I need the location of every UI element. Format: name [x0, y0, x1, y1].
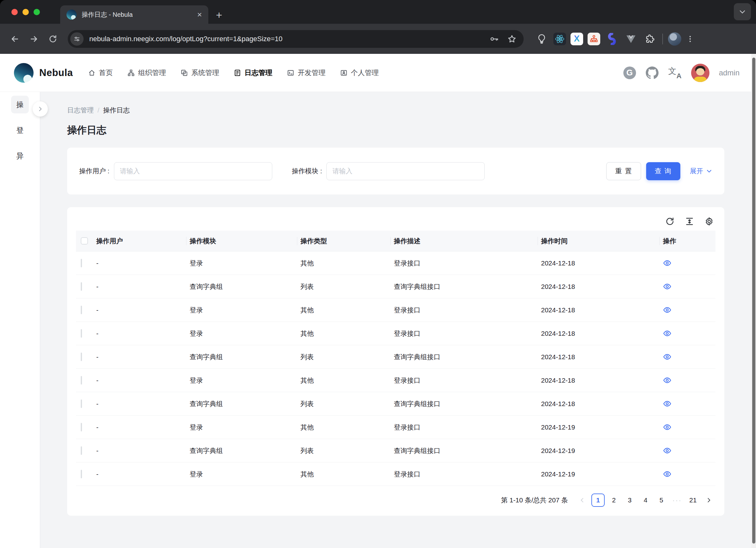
view-detail-button[interactable]: [663, 353, 715, 361]
row-checkbox[interactable]: [81, 282, 82, 291]
cell-user: -: [96, 400, 190, 408]
filter-label-user: 操作用户 :: [79, 167, 110, 175]
browser-menu-button[interactable]: [683, 35, 697, 43]
prev-page-button[interactable]: [576, 494, 589, 507]
tab-search-chevron-button[interactable]: [734, 3, 751, 20]
row-checkbox[interactable]: [81, 376, 82, 385]
translate-icon[interactable]: 文 A: [668, 66, 682, 79]
sidebar-item-error-log[interactable]: 异: [11, 147, 29, 165]
column-header-type[interactable]: 操作类型: [300, 230, 394, 251]
column-header-desc[interactable]: 操作描述: [394, 230, 541, 251]
row-checkbox[interactable]: [81, 400, 82, 408]
nav-item-home[interactable]: 首页: [88, 68, 113, 78]
bookmark-star-icon[interactable]: [507, 34, 517, 44]
refresh-button[interactable]: [665, 216, 675, 226]
reload-icon: [48, 35, 57, 43]
row-checkbox[interactable]: [81, 259, 82, 267]
browser-tab[interactable]: 操作日志 - Nebula ×: [60, 5, 208, 24]
row-checkbox[interactable]: [81, 353, 82, 361]
page-button-2[interactable]: 2: [607, 494, 621, 507]
filter-input-user[interactable]: [114, 162, 272, 180]
window-minimize-button[interactable]: [22, 9, 29, 15]
nav-item-log[interactable]: 日志管理: [234, 68, 272, 78]
pagination-ellipsis[interactable]: ···: [671, 494, 684, 507]
nebula-logo-icon[interactable]: [14, 63, 34, 83]
select-all-checkbox[interactable]: [81, 237, 88, 244]
react-extension-icon[interactable]: [553, 33, 566, 45]
breadcrumb-separator: /: [98, 106, 99, 114]
nav-item-organization[interactable]: 组织管理: [127, 68, 166, 78]
column-header-user[interactable]: 操作用户: [96, 230, 190, 251]
window-close-button[interactable]: [11, 9, 18, 15]
table-row: - 查询字典组 列表 查询字典组接口 2024-12-18: [76, 345, 715, 369]
gitee-icon[interactable]: G: [623, 66, 636, 79]
view-detail-button[interactable]: [663, 259, 715, 267]
github-icon[interactable]: [646, 66, 659, 79]
cell-type: 列表: [300, 353, 394, 362]
row-checkbox[interactable]: [81, 329, 82, 338]
page-button-last[interactable]: 21: [686, 494, 700, 507]
site-settings-button[interactable]: [70, 32, 84, 46]
view-detail-button[interactable]: [663, 282, 715, 291]
reset-button[interactable]: 重 置: [606, 162, 641, 180]
column-header-action[interactable]: 操作: [663, 230, 715, 251]
page-button-4[interactable]: 4: [639, 494, 652, 507]
cell-user: -: [96, 470, 190, 478]
next-page-button[interactable]: [702, 494, 715, 507]
view-detail-button[interactable]: [663, 423, 715, 432]
filter-input-module[interactable]: [326, 162, 485, 180]
page-button-5[interactable]: 5: [655, 494, 668, 507]
eye-icon: [663, 423, 671, 432]
view-detail-button[interactable]: [663, 400, 715, 408]
breadcrumb-section[interactable]: 日志管理: [67, 106, 94, 115]
username[interactable]: admin: [719, 68, 740, 77]
page-button-3[interactable]: 3: [623, 494, 636, 507]
chevron-down-icon: [739, 8, 746, 16]
lightbulb-extension-icon[interactable]: [534, 32, 549, 46]
new-tab-button[interactable]: +: [216, 9, 222, 24]
address-bar[interactable]: nebula-admin.neegix.com/log/optLog?curre…: [68, 30, 524, 48]
scrollbar-thumb[interactable]: [752, 58, 755, 544]
column-header-module[interactable]: 操作模块: [190, 230, 300, 251]
column-header-time[interactable]: 操作时间: [541, 230, 663, 251]
page-scrollbar[interactable]: [751, 54, 756, 548]
tab-close-icon[interactable]: ×: [197, 10, 202, 19]
row-height-button[interactable]: [684, 216, 695, 226]
password-key-icon[interactable]: [489, 34, 499, 44]
back-button[interactable]: [7, 31, 23, 47]
sidebar-item-login-log[interactable]: 登: [11, 121, 29, 139]
row-checkbox[interactable]: [81, 470, 82, 478]
browser-profile-avatar[interactable]: [668, 32, 681, 46]
page-button-1[interactable]: 1: [591, 494, 605, 507]
search-button[interactable]: 查 询: [646, 162, 680, 180]
browser-window: 操作日志 - Nebula × + nebula-admin.neegix.co…: [0, 0, 756, 548]
expand-filters-link[interactable]: 展开: [690, 167, 712, 175]
row-checkbox[interactable]: [81, 446, 82, 455]
view-detail-button[interactable]: [663, 329, 715, 338]
forward-button[interactable]: [26, 31, 42, 47]
nav-item-dev[interactable]: 开发管理: [287, 68, 325, 78]
sitemap-extension-icon[interactable]: [588, 33, 600, 45]
puzzle-extension-icon[interactable]: [643, 32, 657, 46]
nav-item-profile[interactable]: 个人管理: [340, 68, 379, 78]
cell-user: -: [96, 283, 190, 291]
reload-button[interactable]: [45, 31, 61, 47]
user-avatar[interactable]: [691, 64, 709, 82]
column-settings-button[interactable]: [704, 216, 714, 226]
nav-item-system[interactable]: 系统管理: [180, 68, 219, 78]
cell-time: 2024-12-18: [541, 330, 663, 337]
x-extension-icon[interactable]: X: [570, 33, 583, 45]
sidebar-item-operation-log[interactable]: 操: [11, 96, 29, 113]
sidebar-expand-button[interactable]: [33, 101, 48, 116]
view-detail-button[interactable]: [663, 306, 715, 314]
swirl-extension-icon[interactable]: [605, 32, 619, 46]
url-text[interactable]: nebula-admin.neegix.com/log/optLog?curre…: [89, 35, 489, 43]
row-checkbox[interactable]: [81, 306, 82, 314]
view-detail-button[interactable]: [663, 446, 715, 455]
view-detail-button[interactable]: [663, 376, 715, 385]
translate-zh: 文: [668, 66, 677, 77]
view-detail-button[interactable]: [663, 470, 715, 478]
window-zoom-button[interactable]: [34, 9, 40, 15]
vue-extension-icon[interactable]: [624, 32, 638, 46]
row-checkbox[interactable]: [81, 423, 82, 432]
